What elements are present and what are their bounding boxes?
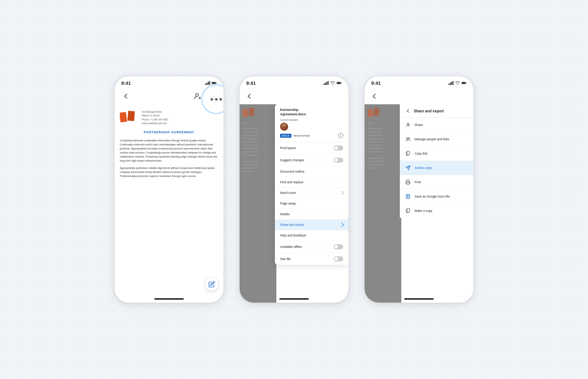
menu-item-print-layout[interactable]: Print layout <box>275 142 348 154</box>
edit-fab[interactable] <box>205 278 218 291</box>
bg-logo-3 <box>368 107 382 118</box>
svg-rect-1 <box>207 83 208 85</box>
menu-item-page-setup[interactable]: Page setup <box>275 198 348 209</box>
menu-item-find-replace[interactable]: Find and replace <box>275 177 348 188</box>
make-copy-label: Make a copy <box>415 209 432 213</box>
print-icon <box>405 179 411 185</box>
svg-rect-5 <box>212 82 216 84</box>
details-label: Details <box>280 212 343 216</box>
back-button-1[interactable] <box>120 90 132 102</box>
svg-rect-25 <box>453 81 453 85</box>
menu-doc-title: Partnership Agreement.docx <box>280 108 343 116</box>
svg-rect-23 <box>450 83 451 85</box>
svg-rect-24 <box>451 82 452 85</box>
svg-rect-20 <box>243 108 248 117</box>
menu-item-share-export[interactable]: Share and export <box>275 220 348 230</box>
doc-bg-3: PARTN... Completely fabrica... vertical … <box>365 104 401 303</box>
signal-icon <box>323 80 329 86</box>
svg-rect-19 <box>341 83 341 83</box>
svg-rect-18 <box>337 82 341 84</box>
word-format-label: Word format <box>294 134 310 137</box>
menu-item-document-outline[interactable]: Document outline <box>275 166 348 177</box>
print-label: Print <box>415 180 421 184</box>
share-item-print[interactable]: Print <box>400 175 473 190</box>
find-replace-label: Find and replace <box>280 180 343 184</box>
svg-rect-36 <box>407 183 409 184</box>
make-copy-icon <box>405 208 411 214</box>
company-logo <box>120 110 138 124</box>
time-3: 9:41 <box>371 80 381 86</box>
svg-rect-3 <box>209 81 210 85</box>
status-bar-3: 9:41 <box>365 76 473 88</box>
share-item-send-copy[interactable]: Send a copy <box>400 161 473 175</box>
menu-item-star-file[interactable]: Star file <box>275 253 348 265</box>
send-copy-icon <box>405 165 411 171</box>
share-panel-title: Share and export <box>414 109 444 113</box>
svg-rect-29 <box>368 108 373 117</box>
wifi-icon-3 <box>455 80 460 86</box>
dot-2 <box>215 98 218 101</box>
time-1: 9:41 <box>121 80 131 86</box>
menu-item-word-count[interactable]: Word count <box>275 188 348 198</box>
help-label: Help and feedback <box>280 234 343 237</box>
share-item-save-google-docs[interactable]: Save as Google Docs file <box>400 190 473 204</box>
status-icons-2 <box>323 80 342 86</box>
svg-point-7 <box>196 94 198 96</box>
doc-para-1: Completely fabricate sustainable informa… <box>120 139 218 163</box>
copy-link-label: Copy link <box>415 152 427 155</box>
back-button-3[interactable] <box>368 90 380 102</box>
share-export-label: Share and export <box>280 223 337 227</box>
share-label: Share <box>415 123 423 127</box>
svg-rect-6 <box>216 83 216 83</box>
svg-point-31 <box>407 123 409 125</box>
send-copy-label: Send a copy <box>415 166 432 170</box>
share-back-icon[interactable] <box>405 108 411 114</box>
svg-rect-0 <box>205 84 206 85</box>
back-button-2[interactable] <box>243 90 255 102</box>
phone-2: 9:41 <box>239 76 349 303</box>
share-export-panel: Share and export Share <box>400 104 473 218</box>
svg-rect-2 <box>208 82 209 85</box>
home-bar-1 <box>154 298 184 300</box>
signal-icon-3 <box>448 80 453 86</box>
menu-viewers-label: Current viewers <box>280 119 343 121</box>
time-2: 9:41 <box>246 80 256 86</box>
share-panel-header: Share and export <box>400 104 473 118</box>
svg-rect-15 <box>326 82 327 85</box>
copy-link-icon <box>405 151 411 156</box>
document-outline-label: Document outline <box>280 170 343 173</box>
save-google-docs-label: Save as Google Docs file <box>415 195 449 198</box>
svg-rect-28 <box>466 83 466 83</box>
manage-people-icon <box>405 136 411 142</box>
menu-item-help[interactable]: Help and feedback <box>275 230 348 241</box>
available-offline-toggle[interactable] <box>334 244 343 249</box>
suggest-changes-toggle[interactable] <box>334 158 343 163</box>
nav-bar-3 <box>365 88 473 104</box>
doc-content-1: 610 Biscayne Blvd, Miami, FL 33132 Phone… <box>115 104 223 295</box>
share-item-copy-link[interactable]: Copy link <box>400 147 473 161</box>
share-item-share[interactable]: Share <box>400 118 473 132</box>
wifi-icon-2 <box>330 80 335 86</box>
svg-rect-12 <box>128 111 135 121</box>
share-item-manage-people[interactable]: Manage people and links <box>400 132 473 147</box>
doc-bg-2: PARTN... Completely fabrica... vertical … <box>240 104 276 303</box>
menu-item-available-offline[interactable]: Available offline <box>275 241 348 253</box>
word-count-label: Word count <box>280 191 337 195</box>
doc-address: 610 Biscayne Blvd, Miami, FL 33132 Phone… <box>142 110 168 126</box>
menu-overlay-2: Partnership Agreement.docx Current viewe… <box>275 104 348 265</box>
print-layout-toggle[interactable] <box>334 145 343 151</box>
star-file-toggle[interactable] <box>334 256 343 261</box>
menu-item-suggest-changes[interactable]: Suggest changes <box>275 154 348 166</box>
doc-header: 610 Biscayne Blvd, Miami, FL 33132 Phone… <box>120 110 218 126</box>
bg-logo-2 <box>243 107 257 118</box>
dot-1 <box>211 98 213 101</box>
status-icons-3 <box>448 80 467 86</box>
star-file-label: Star file <box>280 257 331 261</box>
share-item-make-copy[interactable]: Make a copy <box>400 204 473 218</box>
status-bar-2: 9:41 <box>240 76 348 88</box>
menu-item-details[interactable]: Details <box>275 209 348 220</box>
svg-rect-22 <box>448 84 449 85</box>
info-icon[interactable]: i <box>338 133 343 138</box>
home-indicator-1 <box>115 295 223 303</box>
docx-badge: DOCX <box>280 134 291 138</box>
